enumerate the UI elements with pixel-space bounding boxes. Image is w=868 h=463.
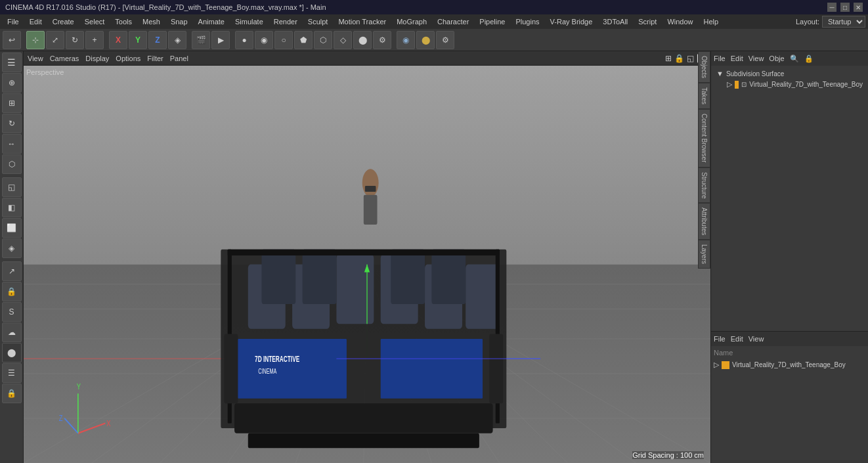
obj-lock-icon[interactable]: 🔒 [804,55,814,63]
side-tab-objects[interactable]: Objects [698,51,710,83]
menu-tools[interactable]: Tools [110,16,137,27]
attr-object-row[interactable]: ▷ Virtual_Reality_7D_with_Teenage_Boy [711,359,868,370]
menu-script[interactable]: Script [634,16,661,27]
side-tab-takes[interactable]: Takes [698,83,710,109]
film-button[interactable]: 🎬 [192,31,210,49]
menu-snap[interactable]: Snap [166,16,192,27]
vp-icon-1[interactable]: ⊞ [665,54,672,63]
menu-character[interactable]: Character [433,16,473,27]
left-tool-9[interactable]: ⬜ [2,218,22,238]
obj-obje-menu[interactable]: Obje [769,55,784,62]
menu-3dtoall[interactable]: 3DToAll [598,16,632,27]
attr-file-menu[interactable]: File [714,335,726,343]
z-axis-button[interactable]: Z [148,31,167,49]
dot-shape[interactable]: ⬤ [353,31,372,49]
3d-viewport[interactable]: Perspective [24,66,710,463]
obj-view-menu[interactable]: View [749,55,764,62]
vp-icon-3[interactable]: ◱ [687,54,694,63]
menu-help[interactable]: Help [699,16,724,27]
menu-render[interactable]: Render [269,16,302,27]
rotate-tool-button[interactable]: ↻ [66,31,84,49]
side-tab-content-browser[interactable]: Content Browser [698,109,710,167]
sphere-shape[interactable]: ● [235,31,253,49]
name-label: Name [711,346,868,359]
render-button[interactable]: ⬤ [416,31,435,49]
torus-shape[interactable]: ◇ [334,31,352,49]
x-axis-button[interactable]: X [109,31,127,49]
move-tool-button[interactable]: ⊹ [26,31,45,49]
menu-simulate[interactable]: Simulate [230,16,268,27]
menu-create[interactable]: Create [48,16,79,27]
vp-panel-menu[interactable]: Panel [170,55,188,62]
left-tool-6[interactable]: ⬡ [2,154,22,174]
obj-edit-menu[interactable]: Edit [731,55,743,62]
objects-toolbar: File Edit View Obje 🔍 🔒 [711,51,868,66]
gear-shape[interactable]: ⚙ [373,31,391,49]
left-tool-1[interactable]: ☰ [2,53,22,72]
side-tab-layers[interactable]: Layers [698,240,710,269]
object-boy[interactable]: ▷ ⊡ Virtual_Reality_7D_with_Teenage_Boy [714,79,865,90]
left-tool-8[interactable]: ◧ [2,198,22,217]
vp-filter-menu[interactable]: Filter [147,55,163,62]
left-tool-16[interactable]: ☰ [2,363,22,383]
svg-rect-45 [261,250,295,304]
ring-shape[interactable]: ○ [274,31,293,49]
vp-icon-2[interactable]: 🔒 [674,54,684,63]
svg-rect-48 [431,250,466,304]
left-tool-11[interactable]: ↗ [2,261,22,281]
obj-file-menu[interactable]: File [714,55,726,62]
close-button[interactable]: ✕ [854,3,863,12]
left-tool-3[interactable]: ⊞ [2,93,22,113]
menu-plugins[interactable]: Plugins [511,16,544,27]
menu-mograph[interactable]: MoGraph [392,16,431,27]
left-tool-7[interactable]: ◱ [2,177,22,197]
y-axis-button[interactable]: Y [129,31,147,49]
menu-sculpt[interactable]: Sculpt [303,16,333,27]
menu-edit[interactable]: Edit [25,16,47,27]
vp-view-menu[interactable]: View [28,55,43,62]
menu-mesh[interactable]: Mesh [138,16,165,27]
layout-select[interactable]: Startup [822,16,865,28]
left-tool-10[interactable]: ◈ [2,238,22,258]
menu-file[interactable]: File [3,16,24,27]
obj-search-icon[interactable]: 🔍 [790,55,799,63]
undo-button[interactable]: ↩ [3,31,21,49]
settings-button[interactable]: ⚙ [436,31,454,49]
left-tool-5[interactable]: ↔ [2,134,22,154]
hex-shape[interactable]: ⬡ [314,31,332,49]
side-tab-structure[interactable]: Structure [698,167,710,204]
keyframe-button[interactable]: ▶ [211,31,230,49]
left-tool-13[interactable]: S [2,302,22,322]
attr-view-menu[interactable]: View [749,335,764,343]
attr-edit-menu[interactable]: Edit [731,335,743,343]
menu-animate[interactable]: Animate [194,16,229,27]
left-tool-2[interactable]: ⊕ [2,73,22,93]
object-subdivision-surface[interactable]: ▼ Subdivision Surface [714,68,865,79]
viewport-sphere[interactable]: ◉ [397,31,415,49]
transform-tool-button[interactable]: + [85,31,104,49]
layout-selector: Layout: Startup [796,16,865,28]
free-axis-button[interactable]: ◈ [168,31,186,49]
svg-rect-33 [234,403,493,433]
minimize-button[interactable]: ─ [827,3,836,12]
left-tool-14[interactable]: ☁ [2,322,22,342]
menu-motiontracker[interactable]: Motion Tracker [334,16,391,27]
vp-cameras-menu[interactable]: Cameras [50,55,79,62]
maximize-button[interactable]: □ [840,3,850,12]
circle-shape[interactable]: ◉ [255,31,273,49]
left-tool-17[interactable]: 🔒 [2,384,22,403]
titlebar-controls[interactable]: ─ □ ✕ [827,3,863,12]
left-tool-12[interactable]: 🔒 [2,282,22,301]
vp-options-menu[interactable]: Options [116,55,141,62]
menu-pipeline[interactable]: Pipeline [475,16,510,27]
left-tool-15[interactable]: ⬤ [2,343,22,363]
diamond-shape[interactable]: ⬟ [294,31,313,49]
side-tab-attributes[interactable]: Attributes [698,203,710,240]
scale-tool-button[interactable]: ⤢ [46,31,64,49]
left-tool-4[interactable]: ↻ [2,114,22,133]
vp-display-menu[interactable]: Display [85,55,109,62]
svg-rect-47 [391,250,425,304]
menu-select[interactable]: Select [80,16,110,27]
menu-vray[interactable]: V-Ray Bridge [546,16,597,27]
menu-window[interactable]: Window [662,16,697,27]
